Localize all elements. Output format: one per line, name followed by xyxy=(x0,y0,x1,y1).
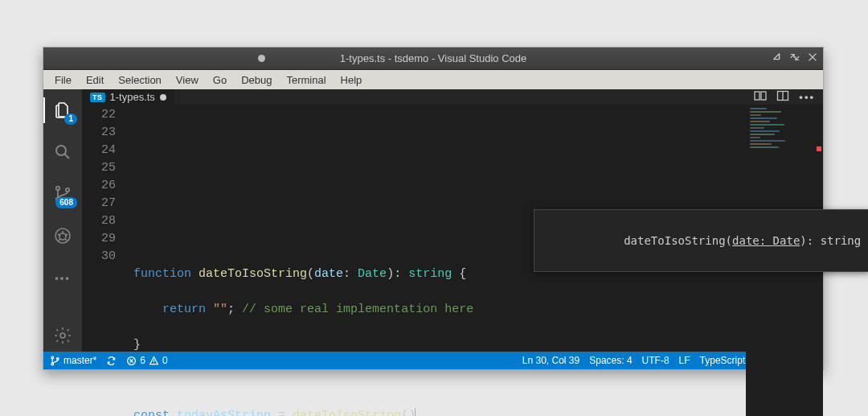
svg-point-1 xyxy=(56,187,59,190)
window-controls xyxy=(772,51,818,65)
vscode-window: 1-types.ts - tsdemo - Visual Studio Code… xyxy=(43,47,824,370)
menu-view[interactable]: View xyxy=(170,72,205,88)
bug-icon xyxy=(53,226,72,245)
ellipsis-icon: ••• xyxy=(55,272,71,284)
editor-actions: ••• xyxy=(754,89,823,105)
menu-go[interactable]: Go xyxy=(207,72,233,88)
more-actions-icon[interactable]: ••• xyxy=(799,91,815,103)
svg-rect-8 xyxy=(761,92,766,100)
git-branch-icon xyxy=(50,356,60,366)
activity-more[interactable]: ••• xyxy=(43,262,82,294)
hint-param: date xyxy=(732,234,760,247)
hint-rtype: string xyxy=(821,234,862,247)
menu-edit[interactable]: Edit xyxy=(80,72,110,88)
menu-file[interactable]: File xyxy=(48,72,78,88)
text-cursor xyxy=(415,408,416,416)
modified-dot-icon xyxy=(258,55,265,62)
svg-point-3 xyxy=(66,188,69,192)
svg-point-12 xyxy=(56,357,59,360)
split-editor-icon[interactable] xyxy=(776,89,789,105)
activity-search[interactable] xyxy=(43,136,82,168)
activity-debug[interactable] xyxy=(43,220,82,252)
hint-fn: dateToIsoString xyxy=(624,234,725,247)
code-editor[interactable]: 222324252627282930 function dateToIsoStr… xyxy=(82,105,823,416)
search-icon xyxy=(53,142,72,162)
editor-area: TS 1-types.ts ••• 222324252627282930 fun… xyxy=(82,89,823,352)
menubar: File Edit Selection View Go Debug Termin… xyxy=(43,70,823,89)
code-line xyxy=(133,159,746,177)
activity-source-control[interactable]: 608 xyxy=(43,178,82,210)
line-gutter: 222324252627282930 xyxy=(82,105,127,416)
error-marker xyxy=(817,146,821,151)
menu-help[interactable]: Help xyxy=(334,72,369,88)
svg-point-4 xyxy=(55,229,70,243)
scm-badge: 608 xyxy=(55,197,77,208)
minimize-icon[interactable] xyxy=(772,51,783,65)
explorer-badge: 1 xyxy=(64,113,77,125)
signature-help-popup: dateToIsoString(date: Date): string xyxy=(534,209,868,272)
code-line: const todayAsString = dateToIsoString() xyxy=(133,407,746,416)
code-line: } xyxy=(133,336,746,354)
code-content[interactable]: function dateToIsoString(date: Date): st… xyxy=(127,105,746,416)
hint-ptype: Date xyxy=(773,234,800,247)
menu-debug[interactable]: Debug xyxy=(235,72,278,88)
workbench-body: 1 608 ••• TS xyxy=(43,89,823,352)
activity-bar: 1 608 ••• xyxy=(43,89,82,352)
menu-terminal[interactable]: Terminal xyxy=(280,72,332,88)
code-line xyxy=(133,124,746,142)
maximize-icon[interactable] xyxy=(789,51,800,65)
typescript-badge-icon: TS xyxy=(90,93,105,102)
tab-1-types[interactable]: TS 1-types.ts xyxy=(82,89,175,105)
svg-point-6 xyxy=(60,333,65,338)
tab-modified-icon xyxy=(160,94,166,101)
code-line xyxy=(133,372,746,389)
svg-rect-7 xyxy=(755,92,760,100)
svg-point-5 xyxy=(59,233,66,240)
svg-point-0 xyxy=(56,146,66,155)
close-icon[interactable] xyxy=(807,51,818,65)
window-title: 1-types.ts - tsdemo - Visual Studio Code xyxy=(340,52,526,64)
titlebar: 1-types.ts - tsdemo - Visual Studio Code xyxy=(43,47,823,70)
compare-changes-icon[interactable] xyxy=(754,89,767,105)
tab-filename: 1-types.ts xyxy=(110,91,155,103)
gear-icon xyxy=(53,326,72,345)
svg-point-11 xyxy=(51,363,54,365)
activity-settings[interactable] xyxy=(43,319,82,352)
tab-bar: TS 1-types.ts ••• xyxy=(82,89,823,105)
svg-point-10 xyxy=(51,356,54,359)
activity-explorer[interactable]: 1 xyxy=(43,94,82,126)
code-line: return ""; // some real implementation h… xyxy=(133,301,746,319)
menu-selection[interactable]: Selection xyxy=(112,72,167,88)
